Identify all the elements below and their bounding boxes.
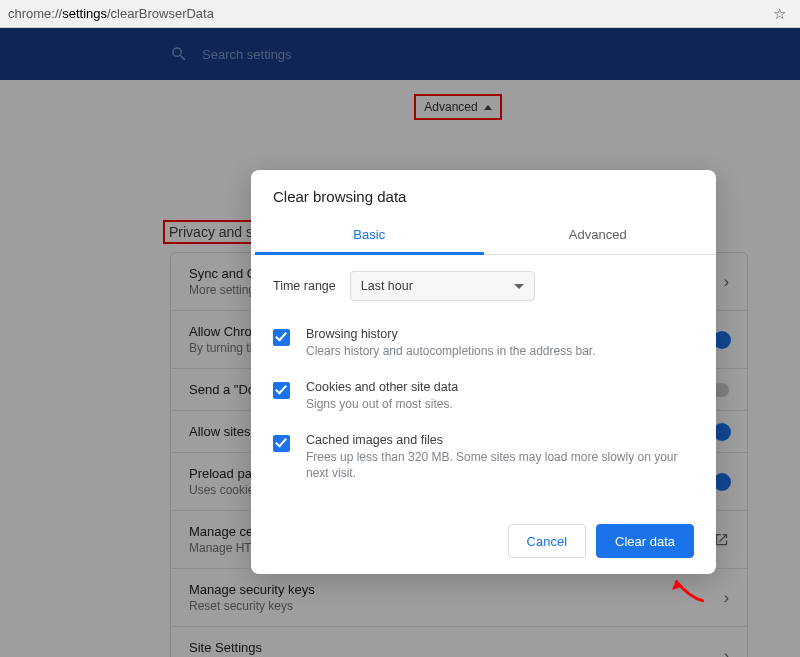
bookmark-star-icon[interactable]: ☆	[773, 5, 792, 23]
option-title: Cookies and other site data	[306, 380, 458, 394]
time-range-select[interactable]: Last hour	[350, 271, 535, 301]
time-range-row: Time range Last hour	[251, 255, 716, 313]
clear-options: Browsing historyClears history and autoc…	[251, 313, 716, 524]
clear-option: Cookies and other site dataSigns you out…	[273, 370, 694, 423]
checkbox[interactable]	[273, 329, 290, 346]
time-range-label: Time range	[273, 279, 336, 293]
chevron-down-icon	[514, 284, 524, 289]
tab-advanced[interactable]: Advanced	[484, 219, 713, 254]
checkbox[interactable]	[273, 435, 290, 452]
option-subtitle: Signs you out of most sites.	[306, 396, 458, 413]
option-title: Browsing history	[306, 327, 596, 341]
option-subtitle: Frees up less than 320 MB. Some sites ma…	[306, 449, 694, 483]
dialog-title: Clear browsing data	[251, 188, 716, 219]
annotation-arrow	[668, 575, 706, 603]
tab-basic[interactable]: Basic	[255, 219, 484, 255]
clear-option: Cached images and filesFrees up less tha…	[273, 423, 694, 493]
cancel-button[interactable]: Cancel	[508, 524, 586, 558]
option-title: Cached images and files	[306, 433, 694, 447]
checkbox[interactable]	[273, 382, 290, 399]
url-text: chrome://settings/clearBrowserData	[8, 6, 214, 21]
address-bar[interactable]: chrome://settings/clearBrowserData ☆	[0, 0, 800, 28]
dialog-tabs: Basic Advanced	[251, 219, 716, 255]
dialog-buttons: Cancel Clear data	[251, 524, 716, 558]
option-subtitle: Clears history and autocompletions in th…	[306, 343, 596, 360]
clear-data-button[interactable]: Clear data	[596, 524, 694, 558]
clear-browsing-data-dialog: Clear browsing data Basic Advanced Time …	[251, 170, 716, 574]
clear-option: Browsing historyClears history and autoc…	[273, 317, 694, 370]
